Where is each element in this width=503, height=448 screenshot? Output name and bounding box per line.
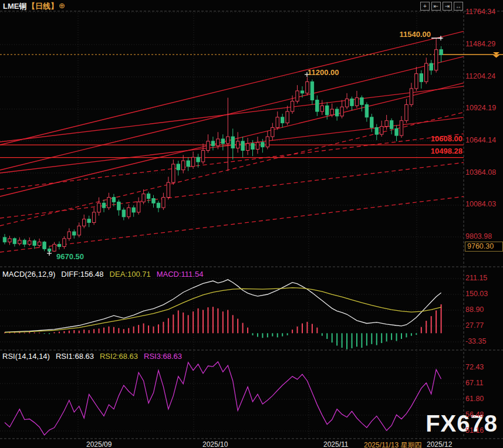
trading-chart-app: LME铜 【日线】 ⊕ + ⇤ ⇥ ↔ MACD(26,12,9)DIFF:15… [0,0,503,448]
symbol-title: LME铜 [3,1,26,12]
period-label: 【日线】 [28,1,58,12]
expand-x-axis-icon[interactable]: ⇥ [443,2,452,11]
chart-toolbar: + ⇤ ⇥ ↔ [420,2,463,11]
compress-x-axis-icon[interactable]: ⇤ [431,2,441,11]
add-indicator-icon[interactable]: ⊕ [59,1,65,10]
pan-tool-icon[interactable]: + [420,2,430,11]
fit-chart-icon[interactable]: ↔ [454,2,463,11]
chart-canvas[interactable] [0,0,503,448]
titlebar: LME铜 【日线】 ⊕ + ⇤ ⇥ ↔ [0,0,503,11]
